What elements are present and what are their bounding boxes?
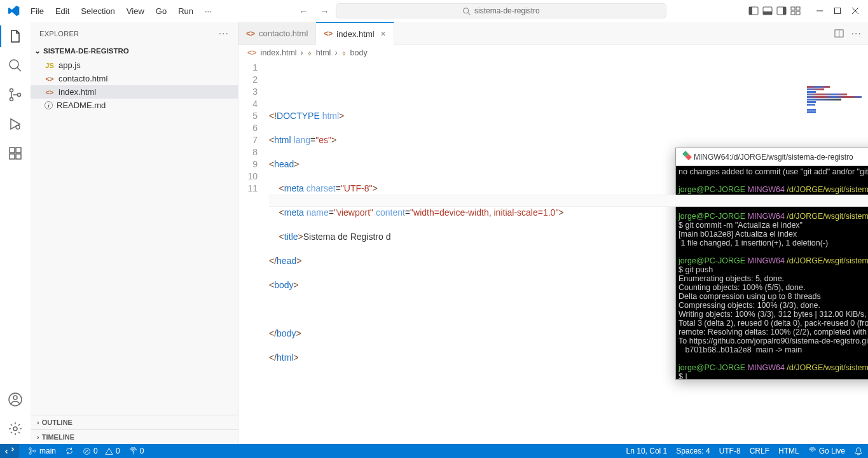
search-placeholder: sistema-de-registro [474,6,540,15]
status-notifications-icon[interactable] [854,447,863,455]
editor-area: <> contacto.html <> index.html × ··· <> … [238,22,868,444]
file-type-icon: <> [45,88,55,96]
file-item[interactable]: JSapp.js [31,59,238,72]
status-encoding[interactable]: UTF-8 [719,447,741,455]
activity-settings-icon[interactable] [6,420,24,438]
svg-line-1 [468,12,470,14]
svg-rect-9 [796,7,800,10]
layout-sidebar-left-icon[interactable] [748,6,759,16]
chevron-down-icon: ⌄ [34,46,41,55]
svg-rect-25 [16,148,21,153]
outline-section[interactable]: ›OUTLINE [31,415,238,429]
status-indentation[interactable]: Spaces: 4 [676,447,710,455]
tab-index[interactable]: <> index.html × [316,22,394,45]
file-name: app.js [59,60,81,70]
svg-rect-8 [791,7,795,10]
status-language[interactable]: HTML [778,447,799,455]
editor-tabs: <> contacto.html <> index.html × ··· [238,22,868,45]
layout-customize-icon[interactable] [790,6,801,16]
svg-point-32 [29,452,32,455]
activity-explorer-icon[interactable] [6,27,24,45]
nav-back-icon[interactable]: ← [299,6,308,17]
activity-extensions-icon[interactable] [6,144,24,162]
element-icon: ⬨ [307,48,312,57]
status-go-live[interactable]: Go Live [808,447,845,455]
vscode-logo-icon [8,4,20,17]
file-item[interactable]: <>index.html [31,85,238,99]
nav-forward-icon[interactable]: → [320,6,329,17]
svg-point-28 [13,427,17,431]
file-name: index.html [59,87,96,97]
title-bar: File Edit Selection View Go Run ··· ← → … [0,0,868,22]
breadcrumb-item[interactable]: html [316,48,331,57]
activity-bar [0,22,31,444]
editor-more-icon[interactable]: ··· [851,28,862,39]
close-icon[interactable]: × [381,29,386,39]
split-editor-icon[interactable] [834,29,844,38]
svg-line-17 [17,67,21,71]
menu-file[interactable]: File [25,4,49,18]
svg-point-38 [811,449,813,451]
html-file-icon: <> [324,29,333,38]
window-minimize-icon[interactable] [816,7,823,15]
breadcrumb-item[interactable]: index.html [261,48,297,57]
file-type-icon: <> [45,75,55,83]
menu-go[interactable]: Go [151,4,172,18]
window-maximize-icon[interactable] [834,7,841,15]
command-center-search[interactable]: sistema-de-registro [336,3,666,18]
layout-panel-icon[interactable] [762,6,773,16]
menu-selection[interactable]: Selection [76,4,120,18]
status-branch[interactable]: main [28,447,56,455]
timeline-section[interactable]: ›TIMELINE [31,429,238,444]
menu-more[interactable]: ··· [200,4,217,18]
menu-edit[interactable]: Edit [50,4,74,18]
activity-search-icon[interactable] [6,57,24,74]
activity-run-debug-icon[interactable] [6,115,24,133]
svg-point-31 [29,448,32,450]
html-file-icon: <> [246,29,255,38]
branch-name: main [39,447,56,455]
svg-rect-23 [10,154,15,159]
file-item[interactable]: <>contacto.html [31,72,238,85]
status-sync[interactable] [65,447,74,455]
svg-point-0 [464,8,469,13]
status-cursor-position[interactable]: Ln 10, Col 1 [626,447,668,455]
activity-source-control-icon[interactable] [6,86,24,104]
file-type-icon: i [45,101,53,109]
window-close-icon[interactable] [851,7,859,15]
layout-sidebar-right-icon[interactable] [776,6,787,16]
svg-point-20 [17,94,20,97]
current-line-highlight [269,195,868,207]
svg-rect-24 [16,154,21,159]
search-icon [462,7,471,15]
project-root[interactable]: ⌄ SISTEMA-DE-REGISTRO [31,45,238,57]
svg-point-19 [10,98,13,101]
svg-point-16 [10,60,18,69]
explorer-more-icon[interactable]: ··· [219,28,229,39]
breadcrumb[interactable]: <> index.html› ⬨ html› ⬨ body [238,45,868,60]
project-name: SISTEMA-DE-REGISTRO [43,47,129,55]
svg-point-27 [13,396,17,399]
menu-run[interactable]: Run [173,4,198,18]
chevron-right-icon: › [37,433,39,441]
activity-accounts-icon[interactable] [6,391,24,408]
status-bar: main 0 0 0 Ln 10, Col 1 Spaces: 4 UTF-8 … [0,444,868,458]
tab-label: index.html [336,29,374,39]
status-eol[interactable]: CRLF [750,447,769,455]
tab-label: contacto.html [259,29,308,38]
remote-indicator[interactable] [0,444,19,458]
file-name: contacto.html [59,74,107,83]
svg-point-37 [132,449,134,451]
svg-point-21 [16,125,20,129]
timeline-label: TIMELINE [42,433,74,441]
file-name: README.md [57,101,106,110]
status-problems[interactable]: 0 0 [83,447,120,455]
svg-rect-7 [783,7,786,15]
svg-rect-13 [835,8,841,14]
tab-contacto[interactable]: <> contacto.html [238,22,316,45]
outline-label: OUTLINE [42,419,72,426]
file-item[interactable]: iREADME.md [31,99,238,112]
status-ports[interactable]: 0 [129,447,144,455]
menu-view[interactable]: View [121,4,149,18]
breadcrumb-item[interactable]: body [350,48,368,57]
